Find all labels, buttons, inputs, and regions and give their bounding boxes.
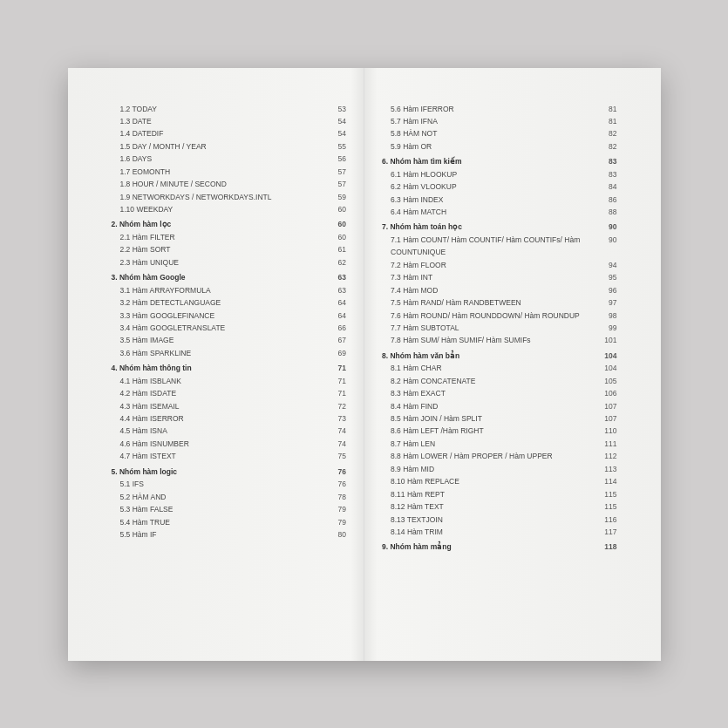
toc-entry-page: 75: [329, 450, 346, 462]
toc-entry-page: 112: [600, 450, 617, 462]
right-page: 5.6 Hàm IFERROR815.7 Hàm IFNA815.8 HÀM N…: [364, 68, 661, 661]
toc-entry: 6.1 Hàm HLOOKUP83: [382, 168, 617, 180]
toc-entry-text: 9. Nhóm hàm mảng: [382, 541, 600, 553]
toc-entry: 1.3 DATE54: [112, 115, 347, 127]
toc-entry: 1.10 WEEKDAY60: [112, 203, 347, 215]
toc-entry-text: 5.7 Hàm IFNA: [382, 115, 600, 127]
right-toc: 5.6 Hàm IFERROR815.7 Hàm IFNA815.8 HÀM N…: [382, 103, 617, 554]
toc-entry-text: 6.2 Hàm VLOOKUP: [382, 180, 600, 193]
toc-entry-text: 3. Nhóm hàm Google: [112, 271, 330, 283]
toc-entry-text: 1.3 DATE: [112, 115, 330, 127]
toc-entry-page: 86: [600, 194, 617, 206]
toc-entry: 5.4 Hàm TRUE79: [112, 516, 347, 528]
toc-entry-page: 61: [329, 243, 346, 255]
toc-entry-text: 5.3 Hàm FALSE: [112, 503, 330, 515]
toc-entry: 5.3 Hàm FALSE79: [112, 503, 347, 515]
toc-entry-text: 1.5 DAY / MONTH / YEAR: [112, 140, 330, 153]
toc-entry: 5.2 HÀM AND78: [112, 491, 347, 503]
toc-entry-page: 71: [329, 387, 346, 399]
toc-entry-page: 76: [329, 478, 346, 490]
toc-entry: 6.4 Hàm MATCH88: [382, 206, 617, 218]
toc-entry: 8.7 Hàm LEN111: [382, 438, 617, 450]
toc-entry-page: 64: [329, 310, 346, 322]
toc-entry-page: 76: [329, 466, 346, 478]
toc-entry-text: 2. Nhóm hàm lọc: [112, 218, 330, 230]
toc-entry-page: 60: [329, 203, 346, 215]
toc-entry-page: 111: [600, 438, 617, 450]
toc-entry: 5.8 HÀM NOT82: [382, 127, 617, 139]
toc-entry: 8.13 TEXTJOIN116: [382, 514, 617, 526]
toc-entry-text: 5.9 Hàm OR: [382, 140, 600, 153]
toc-entry-page: 84: [600, 180, 617, 193]
toc-entry-page: 115: [600, 500, 617, 513]
toc-entry: 4. Nhóm hàm thông tin71: [112, 362, 347, 374]
toc-entry: 3.6 Hàm SPARKLINE69: [112, 347, 347, 359]
toc-entry-page: 79: [329, 503, 346, 515]
toc-entry: 8.5 Hàm JOIN / Hàm SPLIT107: [382, 412, 617, 425]
toc-entry-page: 115: [600, 488, 617, 500]
toc-entry-page: 118: [600, 541, 617, 553]
toc-entry-text: 6. Nhóm hàm tìm kiếm: [382, 155, 600, 167]
toc-entry-page: 113: [600, 463, 617, 475]
toc-entry: 7.2 Hàm FLOOR94: [382, 259, 617, 271]
toc-entry: 1.2 TODAY53: [112, 103, 347, 115]
toc-entry-page: 73: [329, 412, 346, 425]
toc-entry-text: 3.6 Hàm SPARKLINE: [112, 347, 330, 359]
toc-entry: 1.6 DAYS56: [112, 153, 347, 165]
left-page: 1.2 TODAY531.3 DATE541.4 DATEDIF541.5 DA…: [68, 68, 365, 661]
toc-entry: 3.3 Hàm GOOGLEFINANCE64: [112, 310, 347, 322]
toc-entry: 8.6 Hàm LEFT /Hàm RIGHT110: [382, 425, 617, 437]
toc-entry: 2.1 Hàm FILTER60: [112, 231, 347, 243]
toc-entry-text: 1.6 DAYS: [112, 153, 330, 165]
toc-entry-page: 98: [600, 310, 617, 322]
toc-entry-text: 6.3 Hàm INDEX: [382, 194, 600, 206]
toc-entry-page: 106: [600, 387, 617, 399]
toc-entry: 7.6 Hàm ROUND/ Hàm ROUNDDOWN/ Hàm ROUNDU…: [382, 310, 617, 322]
toc-entry-text: 7. Nhóm hàm toán học: [382, 221, 600, 233]
toc-entry: 8.8 Hàm LOWER / Hàm PROPER / Hàm UPPER11…: [382, 450, 617, 462]
toc-entry-page: 97: [600, 296, 617, 309]
toc-entry-text: 2.3 Hàm UNIQUE: [112, 256, 330, 269]
toc-entry-page: 88: [600, 206, 617, 218]
toc-entry-text: 8.11 Hàm REPT: [382, 488, 600, 500]
toc-entry-page: 53: [329, 103, 346, 115]
toc-entry-text: 8.10 Hàm REPLACE: [382, 475, 600, 487]
toc-entry-page: 107: [600, 400, 617, 412]
toc-entry: 4.1 Hàm ISBLANK71: [112, 375, 347, 387]
toc-entry-page: 110: [600, 425, 617, 437]
toc-entry: 8.14 Hàm TRIM117: [382, 526, 617, 538]
toc-entry: 6. Nhóm hàm tìm kiếm83: [382, 155, 617, 167]
toc-entry-page: 104: [600, 362, 617, 374]
toc-entry-text: 8.2 Hàm CONCATENATE: [382, 375, 600, 387]
toc-entry: 4.6 Hàm ISNUMBER74: [112, 438, 347, 450]
toc-entry: 3.1 Hàm ARRAYFORMULA63: [112, 284, 347, 296]
toc-entry-page: 82: [600, 140, 617, 153]
toc-entry-text: 4.5 Hàm ISNA: [112, 425, 330, 437]
toc-entry-text: 7.8 Hàm SUM/ Hàm SUMIF/ Hàm SUMIFs: [382, 334, 600, 346]
toc-entry-page: 66: [329, 322, 346, 334]
toc-entry: 5. Nhóm hàm logic76: [112, 466, 347, 478]
toc-entry: 4.7 Hàm ISTEXT75: [112, 450, 347, 462]
toc-entry-text: 4.7 Hàm ISTEXT: [112, 450, 330, 462]
toc-entry: 3.5 Hàm IMAGE67: [112, 334, 347, 346]
toc-entry-page: 81: [600, 103, 617, 115]
toc-entry: 3.4 Hàm GOOGLETRANSLATE66: [112, 322, 347, 334]
toc-entry: 1.8 HOUR / MINUTE / SECOND57: [112, 178, 347, 190]
toc-entry-text: 8.12 Hàm TEXT: [382, 500, 600, 513]
toc-entry-text: 7.5 Hàm RAND/ Hàm RANDBETWEEN: [382, 296, 600, 309]
toc-entry-text: 3.1 Hàm ARRAYFORMULA: [112, 284, 330, 296]
toc-entry: 5.1 IFS76: [112, 478, 347, 490]
toc-entry: 8. Nhóm hàm văn bản104: [382, 350, 617, 362]
toc-entry-text: 5.5 Hàm IF: [112, 528, 330, 541]
toc-entry-text: 1.9 NETWORKDAYS / NETWORKDAYS.INTL: [112, 191, 330, 203]
toc-entry-text: 3.4 Hàm GOOGLETRANSLATE: [112, 322, 330, 334]
toc-entry-text: 8.1 Hàm CHAR: [382, 362, 600, 374]
toc-entry-page: 116: [600, 514, 617, 526]
toc-entry-page: 90: [600, 221, 617, 233]
toc-entry-page: 99: [600, 322, 617, 334]
toc-entry: 4.4 Hàm ISERROR73: [112, 412, 347, 425]
toc-entry-text: 6.1 Hàm HLOOKUP: [382, 168, 600, 180]
toc-entry-text: 8.3 Hàm EXACT: [382, 387, 600, 399]
toc-entry-page: 82: [600, 127, 617, 139]
toc-entry-page: 101: [600, 334, 617, 346]
